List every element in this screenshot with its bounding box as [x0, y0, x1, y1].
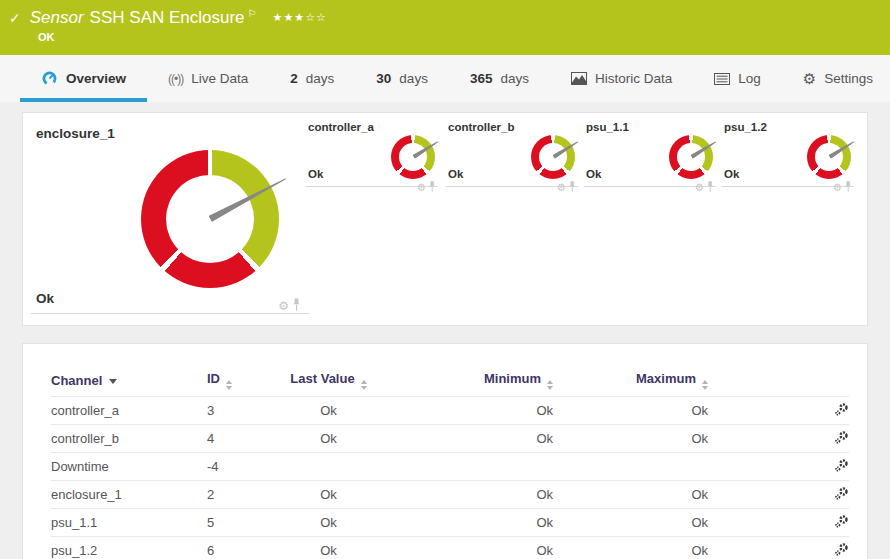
channel-name[interactable]: controller_a: [51, 397, 207, 425]
channel-maximum: Ok: [553, 397, 708, 425]
tab-bar: Overview ((•)) Live Data 2 days 30 days …: [0, 55, 890, 102]
channel-maximum: Ok: [553, 481, 708, 509]
channel-id: -4: [207, 453, 281, 481]
page-title: SSH SAN Enclosure: [90, 8, 245, 28]
gauge-dial: [391, 135, 435, 179]
column-header-minimum[interactable]: Minimum: [376, 364, 553, 397]
sort-icon: [226, 380, 232, 390]
tab-settings[interactable]: ⚙ Settings: [782, 55, 890, 102]
sort-icon: [702, 380, 708, 390]
column-label: Maximum: [636, 371, 696, 386]
gauge-title: controller_b: [448, 121, 514, 133]
channel-id: 4: [207, 425, 281, 453]
gauge-tile-psu-1-1[interactable]: psu_1.1 Ok ⚙: [584, 119, 716, 193]
table-row: psu_1.1 5 Ok Ok Ok: [51, 509, 849, 537]
gauge-title: controller_a: [308, 121, 374, 133]
tab-30-days[interactable]: 30 days: [355, 55, 449, 102]
gauge-tile-controller-a[interactable]: controller_a Ok ⚙: [306, 119, 438, 193]
channel-name[interactable]: psu_1.2: [51, 537, 207, 559]
channel-last-value: Ok: [281, 537, 376, 559]
column-header-maximum[interactable]: Maximum: [553, 364, 708, 397]
pin-icon[interactable]: [292, 298, 301, 311]
tab-live-data[interactable]: ((•)) Live Data: [147, 55, 269, 102]
column-header-id[interactable]: ID: [207, 364, 281, 397]
tile-actions: ⚙: [417, 181, 436, 192]
tile-actions: ⚙: [695, 181, 714, 192]
chart-icon: [571, 72, 587, 85]
ok-check-icon: ✓: [9, 10, 21, 26]
pin-icon[interactable]: [706, 181, 714, 192]
tab-number: 2: [290, 71, 298, 86]
tab-label: Historic Data: [595, 71, 672, 86]
tab-overview[interactable]: Overview: [20, 55, 147, 102]
gear-icon[interactable]: ⚙: [278, 301, 289, 311]
pin-icon[interactable]: [568, 181, 576, 192]
pin-icon[interactable]: [844, 181, 852, 192]
tab-historic-data[interactable]: Historic Data: [550, 55, 693, 102]
sort-icon: [361, 380, 367, 390]
channel-last-value: Ok: [281, 509, 376, 537]
channel-last-value: Ok: [281, 481, 376, 509]
gear-icon[interactable]: ⚙: [833, 184, 842, 193]
channel-minimum: Ok: [376, 397, 553, 425]
gauge-hole: [539, 143, 567, 171]
channels-panel: Channel ID Last Value Minimum Maximum co…: [22, 343, 868, 559]
column-label: ID: [207, 371, 220, 386]
table-row: controller_b 4 Ok Ok Ok: [51, 425, 849, 453]
channel-settings-icon[interactable]: [834, 514, 849, 532]
channel-minimum: Ok: [376, 537, 553, 559]
channel-settings-icon[interactable]: [834, 458, 849, 476]
gauge-status-label: Ok: [724, 168, 739, 180]
stars-filled: ★★★: [273, 11, 306, 23]
column-header-channel[interactable]: Channel: [51, 364, 207, 397]
channel-name[interactable]: enclosure_1: [51, 481, 207, 509]
channel-last-value: Ok: [281, 425, 376, 453]
column-header-actions: [708, 364, 849, 397]
channel-minimum: [376, 453, 553, 481]
sort-icon: [547, 380, 553, 390]
object-kind-label: Sensor: [30, 8, 84, 28]
column-label: Channel: [51, 373, 102, 388]
tab-365-days[interactable]: 365 days: [449, 55, 550, 102]
channel-settings-icon[interactable]: [834, 486, 849, 504]
gauge-tile-psu-1-2[interactable]: psu_1.2 Ok ⚙: [722, 119, 854, 193]
channel-settings-icon[interactable]: [834, 542, 849, 559]
channel-name[interactable]: Downtime: [51, 453, 207, 481]
gauge-dial: [141, 150, 279, 288]
channel-id: 2: [207, 481, 281, 509]
tab-log[interactable]: Log: [693, 55, 782, 102]
channel-settings-icon[interactable]: [834, 430, 849, 448]
tile-actions: ⚙: [833, 181, 852, 192]
pin-icon[interactable]: [428, 181, 436, 192]
gear-icon[interactable]: ⚙: [557, 184, 566, 193]
table-row: psu_1.2 6 Ok Ok Ok: [51, 537, 849, 559]
column-label: Last Value: [290, 371, 354, 386]
live-data-icon: ((•)): [168, 72, 183, 86]
gauge-tile-controller-b[interactable]: controller_b Ok ⚙: [446, 119, 578, 193]
log-icon: [714, 73, 730, 85]
gauge-hole: [677, 143, 705, 171]
tab-label: days: [500, 71, 529, 86]
gear-icon[interactable]: ⚙: [695, 184, 704, 193]
gear-icon: ⚙: [803, 70, 816, 88]
channel-minimum: Ok: [376, 481, 553, 509]
tab-number: 30: [376, 71, 391, 86]
priority-stars[interactable]: ★★★☆☆: [273, 11, 327, 24]
tab-label: days: [306, 71, 335, 86]
channel-name[interactable]: controller_b: [51, 425, 207, 453]
gear-icon[interactable]: ⚙: [417, 184, 426, 193]
channel-last-value: Ok: [281, 397, 376, 425]
channel-name[interactable]: psu_1.1: [51, 509, 207, 537]
gauge-dial: [807, 135, 851, 179]
tile-actions: ⚙: [557, 181, 576, 192]
tile-actions: ⚙: [278, 298, 301, 311]
column-header-last-value[interactable]: Last Value: [281, 364, 376, 397]
sensor-title-row: ✓ Sensor SSH SAN Enclosure ⚐ ★★★☆☆: [0, 0, 890, 28]
flag-icon[interactable]: ⚐: [248, 8, 257, 19]
tab-2-days[interactable]: 2 days: [269, 55, 355, 102]
channel-settings-icon[interactable]: [834, 402, 849, 420]
gauge-tile-enclosure-1[interactable]: enclosure_1 Ok ⚙: [31, 118, 309, 320]
column-label: Minimum: [484, 371, 541, 386]
table-header-row: Channel ID Last Value Minimum Maximum: [51, 364, 849, 397]
channel-maximum: Ok: [553, 509, 708, 537]
